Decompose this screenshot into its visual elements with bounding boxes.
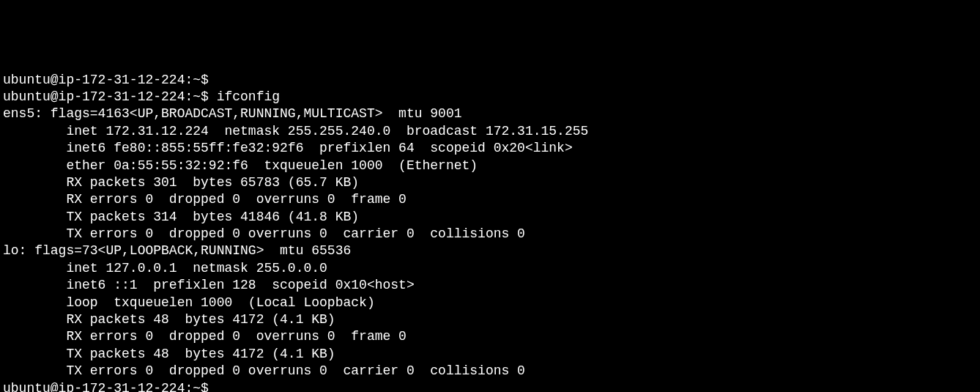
- terminal-line: TX errors 0 dropped 0 overruns 0 carrier…: [3, 226, 977, 243]
- terminal-line: inet 172.31.12.224 netmask 255.255.240.0…: [3, 123, 977, 140]
- terminal-line: inet6 fe80::855:55ff:fe32:92f6 prefixlen…: [3, 140, 977, 157]
- terminal-line: ether 0a:55:55:32:92:f6 txqueuelen 1000 …: [3, 158, 977, 174]
- terminal-line: RX errors 0 dropped 0 overruns 0 frame 0: [3, 328, 977, 345]
- terminal-line: inet6 ::1 prefixlen 128 scopeid 0x10<hos…: [3, 277, 977, 294]
- terminal-line: ubuntu@ip-172-31-12-224:~$ ifconfig: [3, 89, 977, 106]
- terminal-line: ubuntu@ip-172-31-12-224:~$: [3, 72, 977, 89]
- terminal-output[interactable]: ubuntu@ip-172-31-12-224:~$ubuntu@ip-172-…: [3, 72, 977, 392]
- terminal-line: RX packets 301 bytes 65783 (65.7 KB): [3, 174, 977, 191]
- terminal-line: RX errors 0 dropped 0 overruns 0 frame 0: [3, 191, 977, 208]
- terminal-line: RX packets 48 bytes 4172 (4.1 KB): [3, 311, 977, 328]
- terminal-line: inet 127.0.0.1 netmask 255.0.0.0: [3, 260, 977, 277]
- terminal-line: lo: flags=73<UP,LOOPBACK,RUNNING> mtu 65…: [3, 243, 977, 259]
- terminal-line: loop txqueuelen 1000 (Local Loopback): [3, 295, 977, 311]
- terminal-line: TX packets 314 bytes 41846 (41.8 KB): [3, 209, 977, 226]
- terminal-prompt[interactable]: ubuntu@ip-172-31-12-224:~$: [3, 380, 977, 392]
- terminal-line: ens5: flags=4163<UP,BROADCAST,RUNNING,MU…: [3, 106, 977, 122]
- terminal-line: TX packets 48 bytes 4172 (4.1 KB): [3, 346, 977, 363]
- terminal-line: TX errors 0 dropped 0 overruns 0 carrier…: [3, 363, 977, 380]
